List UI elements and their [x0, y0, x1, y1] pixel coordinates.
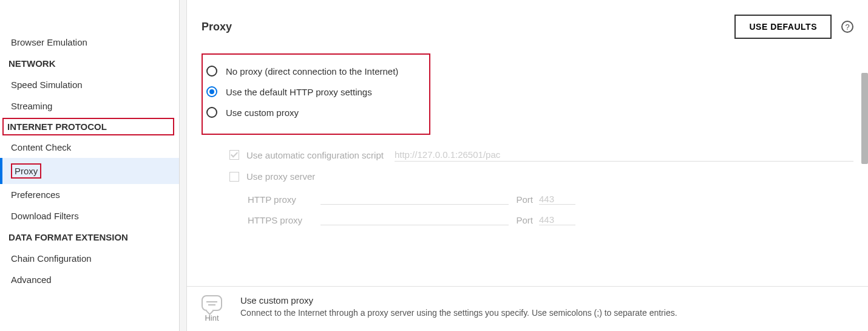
hint-title: Use custom proxy — [240, 295, 677, 305]
radio-label: No proxy (direct connection to the Inter… — [226, 66, 398, 77]
scrollbar-thumb[interactable] — [861, 73, 868, 164]
radio-label: Use the default HTTP proxy settings — [226, 87, 372, 97]
radio-custom-proxy[interactable]: Use custom proxy — [206, 102, 422, 123]
sidebar-item-proxy[interactable]: Proxy — [0, 158, 179, 184]
use-proxy-server-checkbox[interactable] — [229, 172, 239, 182]
https-port-label: Port — [509, 215, 539, 225]
sidebar-header-data-format: DATA FORMAT EXTENSION — [0, 227, 179, 248]
radio-icon — [206, 86, 217, 97]
main-panel: Proxy USE DEFAULTS ? No proxy (direct co… — [187, 0, 868, 331]
sidebar-item-browser-emulation[interactable]: Browser Emulation — [0, 32, 179, 53]
radio-no-proxy[interactable]: No proxy (direct connection to the Inter… — [206, 61, 422, 81]
sidebar-header-internet-protocol: INTERNET PROTOCOL — [7, 121, 169, 132]
sidebar-item-streaming[interactable]: Streaming — [0, 95, 179, 117]
hint-description: Connect to the Internet through a proxy … — [240, 308, 677, 318]
sidebar-item-download-filters[interactable]: Download Filters — [0, 205, 179, 227]
hint-panel: Hint Use custom proxy Connect to the Int… — [187, 286, 868, 331]
http-port-label: Port — [509, 194, 539, 205]
sidebar-item-preferences[interactable]: Preferences — [0, 184, 179, 205]
sidebar-item-chain-configuration[interactable]: Chain Configuration — [0, 248, 179, 269]
sidebar-item-speed-simulation[interactable]: Speed Simulation — [0, 74, 179, 95]
page-title: Proxy — [202, 21, 734, 33]
hint-icon: Hint — [202, 295, 222, 322]
https-port-input[interactable] — [539, 214, 575, 225]
auto-config-checkbox[interactable] — [229, 150, 239, 160]
sidebar-item-advanced[interactable]: Advanced — [0, 269, 179, 290]
auto-config-script-input[interactable] — [395, 148, 853, 162]
use-defaults-button[interactable]: USE DEFAULTS — [734, 15, 832, 39]
radio-icon — [206, 107, 217, 118]
sidebar-header-network: NETWORK — [0, 53, 179, 74]
https-proxy-input[interactable] — [320, 214, 509, 225]
sidebar-item-label: Proxy — [11, 163, 41, 179]
proxy-mode-radio-group: No proxy (direct connection to the Inter… — [202, 53, 430, 135]
http-port-input[interactable] — [539, 194, 575, 205]
sidebar-item-content-check[interactable]: Content Check — [0, 137, 179, 158]
radio-default-proxy[interactable]: Use the default HTTP proxy settings — [206, 81, 422, 102]
use-proxy-server-label: Use proxy server — [246, 171, 315, 182]
custom-proxy-section: Use automatic configuration script Use p… — [229, 143, 853, 230]
radio-icon — [206, 66, 217, 77]
http-proxy-label: HTTP proxy — [248, 194, 320, 205]
https-proxy-label: HTTPS proxy — [248, 215, 320, 225]
http-proxy-input[interactable] — [320, 194, 509, 205]
sidebar: Browser Emulation NETWORK Speed Simulati… — [0, 0, 180, 331]
pane-divider[interactable] — [180, 0, 187, 331]
auto-config-label: Use automatic configuration script — [246, 150, 384, 160]
radio-label: Use custom proxy — [226, 107, 299, 118]
highlight-internet-protocol: INTERNET PROTOCOL — [2, 118, 174, 135]
help-icon[interactable]: ? — [841, 21, 853, 33]
hint-caption: Hint — [202, 313, 222, 322]
